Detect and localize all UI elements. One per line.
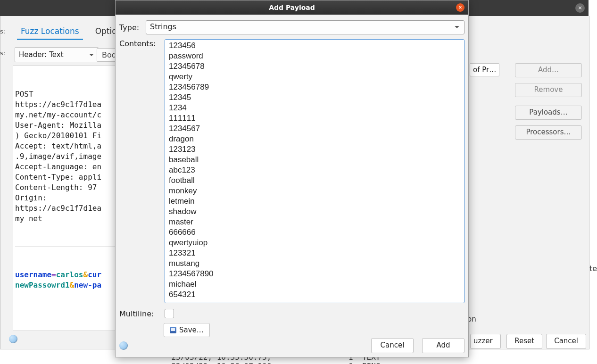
type-label: Type: [119, 23, 141, 32]
dialog-title-text: Add Payload [269, 4, 315, 11]
save-icon [170, 327, 176, 333]
save-button-label: Save… [179, 326, 204, 334]
contents-label: Contents: [119, 39, 160, 48]
tabs: Fuzz Locations Option [17, 26, 125, 40]
close-icon[interactable]: × [456, 3, 464, 12]
remove-button[interactable]: Remove [515, 83, 582, 97]
help-icon[interactable] [9, 335, 17, 343]
payload-type-select[interactable]: Strings [146, 20, 464, 34]
save-button[interactable]: Save… [164, 323, 210, 337]
contents-textarea[interactable]: 123456 password 12345678 qwerty 12345678… [165, 39, 464, 303]
text-fragment: te [589, 264, 597, 273]
add-payload-dialog: Add Payload × Type: Strings Contents: 12… [115, 0, 469, 357]
tab-fuzz-locations[interactable]: Fuzz Locations [17, 26, 83, 40]
help-icon[interactable] [119, 341, 128, 350]
payloads-button[interactable]: Payloads… [515, 106, 582, 120]
footer-label-fragment: on [467, 315, 589, 323]
right-panel: of Pr… Add… Remove Payloads… Processors… [470, 63, 583, 80]
cancel-button[interactable]: Cancel [546, 334, 586, 349]
add-button[interactable]: Add [422, 338, 464, 353]
request-editor[interactable]: POST https://ac9c1f7d1ea my.net/my-accou… [13, 65, 120, 331]
request-headers-text: POST https://ac9c1f7d1ea my.net/my-accou… [15, 89, 118, 224]
column-header-fragment: of Pr… [470, 63, 499, 76]
request-body-text: username=carlos&cur newPassowrd1&new-pa [15, 270, 118, 290]
header-view-select[interactable]: Header: Text [15, 47, 99, 62]
add-button[interactable]: Add… [515, 63, 582, 77]
multiline-label: Multiline: [119, 309, 160, 318]
close-icon[interactable]: × [575, 3, 585, 13]
dialog-title: Add Payload × [116, 0, 468, 15]
divider [15, 247, 118, 247]
start-fuzzer-button-fragment[interactable]: uzzer [470, 334, 501, 349]
edge-fragment: s: [0, 50, 5, 57]
cancel-button[interactable]: Cancel [371, 338, 414, 353]
edge-fragment: s: [0, 28, 5, 35]
parent-footer-buttons: Reset Cancel [506, 334, 586, 349]
multiline-checkbox[interactable] [165, 309, 174, 318]
processors-button[interactable]: Processors… [515, 125, 582, 140]
reset-button[interactable]: Reset [506, 334, 542, 349]
